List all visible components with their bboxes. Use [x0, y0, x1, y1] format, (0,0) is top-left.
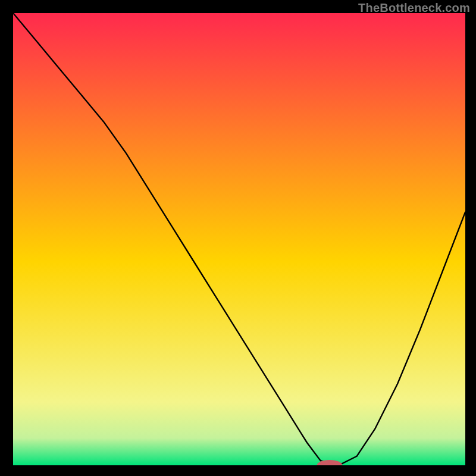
plot-svg [13, 13, 465, 465]
chart-frame: TheBottleneck.com [0, 0, 476, 476]
plot-area [13, 13, 465, 465]
heat-gradient-rect [13, 13, 465, 465]
